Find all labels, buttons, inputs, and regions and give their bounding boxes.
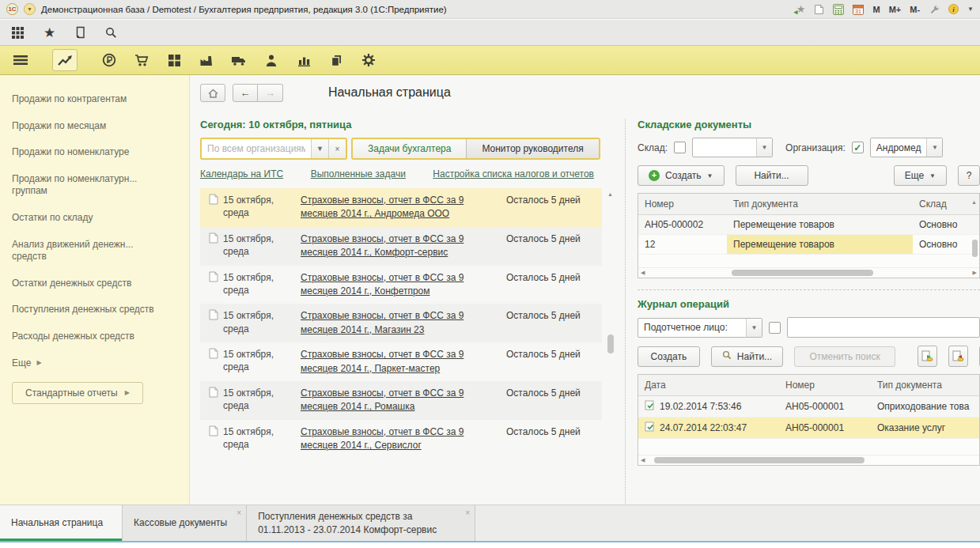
scroll-up-icon[interactable]: ▲	[607, 191, 613, 197]
sidebar-report-link[interactable]: Продажи по номенклатуре	[0, 139, 189, 166]
column-header-doc-type[interactable]: Тип документа	[727, 194, 913, 214]
all-functions-grid-icon[interactable]	[11, 26, 25, 40]
organization-filter-checkbox[interactable]: ✓	[852, 142, 864, 153]
section-purchases-cart-icon[interactable]	[129, 49, 154, 71]
calendar-icon[interactable]: 31	[853, 4, 864, 15]
history-icon[interactable]	[74, 26, 86, 39]
back-button[interactable]: ←	[233, 84, 258, 102]
journal-load-document-button[interactable]	[918, 346, 937, 367]
table-row[interactable]: 19.02.2014 7:53:46 АН05-000001 Оприходов…	[638, 396, 979, 418]
sidebar-report-link[interactable]: Остатки по складу	[0, 205, 189, 232]
favorites-star-icon[interactable]: ★	[44, 25, 55, 41]
chevron-down-icon[interactable]: ▼	[746, 319, 762, 337]
journal-cancel-search-button[interactable]: Отменить поиск	[794, 346, 895, 367]
task-row[interactable]: 15 октября,среда Страховые взносы, отчет…	[200, 266, 602, 304]
organization-combo[interactable]: Андромед ▼	[870, 138, 944, 157]
standard-reports-button[interactable]: Стандартные отчеты ▶	[12, 382, 143, 404]
forward-button[interactable]: →	[258, 84, 283, 102]
task-row[interactable]: 15 октября,среда Страховые взносы, отчет…	[200, 342, 602, 381]
scroll-left-icon[interactable]: ◀	[641, 270, 645, 276]
section-bank-ruble-icon[interactable]	[96, 49, 122, 71]
journal-unload-document-button[interactable]	[948, 346, 968, 367]
sidebar-report-link[interactable]: Анализ движений денежн... средств	[0, 232, 189, 270]
person-filter-combo[interactable]: Подотчетное лицо: ▼	[638, 318, 762, 338]
show-link-icon[interactable]	[814, 4, 824, 15]
table-row[interactable]: 24.07.2014 22:03:47 АН05-000001 Оказание…	[638, 418, 979, 439]
column-header-date[interactable]: Дата	[638, 375, 779, 395]
clear-icon[interactable]: ×	[328, 139, 346, 158]
column-header-doc-type[interactable]: Тип документа	[871, 375, 979, 395]
journal-create-button[interactable]: Создать	[638, 346, 700, 367]
person-filter-checkbox[interactable]	[769, 322, 781, 334]
section-hr-person-icon[interactable]	[259, 49, 284, 71]
sidebar-more-link[interactable]: Еще ▶	[0, 350, 189, 376]
warehouse-more-button[interactable]: Еще ▼	[894, 165, 947, 186]
section-administration-gear-icon[interactable]	[356, 49, 381, 71]
chevron-down-icon[interactable]: ▼	[926, 138, 942, 157]
journal-search-input[interactable]	[787, 317, 980, 338]
memory-m-button[interactable]: M	[872, 5, 880, 14]
sidebar-report-link[interactable]: Продажи по контрагентам	[0, 86, 189, 113]
close-icon[interactable]: ×	[236, 508, 241, 519]
warehouse-combo[interactable]: ▼	[692, 138, 773, 157]
settings-wrench-icon[interactable]	[929, 4, 940, 15]
scrollbar-thumb[interactable]	[732, 270, 874, 276]
today-link[interactable]: Настройка списка налогов и отчетов	[433, 168, 594, 180]
journal-find-button[interactable]: Найти...	[711, 346, 783, 367]
column-header-warehouse[interactable]: Склад	[913, 194, 979, 214]
task-title-link[interactable]: Страховые взносы, отчет в ФСС за 9 месяц…	[301, 425, 497, 453]
system-menu-icon[interactable]: ▼	[24, 3, 36, 15]
today-link[interactable]: Календарь на ИТС	[200, 168, 283, 180]
info-icon[interactable]: i	[948, 4, 959, 14]
chevron-down-icon[interactable]: ▼	[967, 6, 974, 13]
warehouse-hscrollbar[interactable]: ◀ ▶	[638, 267, 979, 278]
task-title-link[interactable]: Страховые взносы, отчет в ФСС за 9 месяц…	[301, 309, 497, 337]
task-row[interactable]: 15 октября,среда Страховые взносы, отчет…	[200, 188, 602, 227]
menu-icon[interactable]	[8, 49, 33, 71]
task-title-link[interactable]: Страховые взносы, отчет в ФСС за 9 месяц…	[301, 232, 497, 260]
journal-hscrollbar[interactable]: ◀	[638, 455, 979, 465]
chevron-down-icon[interactable]: ▼	[311, 139, 328, 158]
bottom-tab[interactable]: Поступления денежных средств за 01.11.20…	[247, 505, 475, 541]
section-warehouse-icon[interactable]	[161, 49, 187, 71]
memory-m-plus-button[interactable]: M+	[889, 5, 902, 14]
sidebar-report-link[interactable]: Продажи по номенклатурн... группам	[0, 166, 189, 205]
sidebar-report-link[interactable]: Остатки денежных средств	[0, 270, 189, 297]
sidebar-report-link[interactable]: Продажи по месяцам	[0, 113, 189, 140]
warehouse-find-button[interactable]: Найти...	[736, 165, 808, 186]
sidebar-report-link[interactable]: Расходы денежных средств	[0, 323, 189, 350]
column-header-number[interactable]: Номер	[779, 375, 871, 395]
scrollbar-thumb[interactable]	[607, 334, 614, 353]
bottom-tab[interactable]: Кассовые документы ×	[123, 505, 247, 541]
section-references-docs-icon[interactable]	[324, 49, 349, 71]
task-row[interactable]: 15 октября,среда Страховые взносы, отчет…	[200, 381, 602, 420]
tab-manager-monitor[interactable]: Монитор руководителя	[467, 139, 598, 158]
task-row[interactable]: 15 октября,среда Страховые взносы, отчет…	[200, 227, 602, 266]
scroll-up-icon[interactable]: ▲	[971, 199, 977, 205]
close-icon[interactable]: ×	[465, 508, 470, 519]
scroll-left-icon[interactable]: ◀	[641, 457, 645, 463]
today-link[interactable]: Выполненные задачи	[311, 168, 406, 180]
task-title-link[interactable]: Страховые взносы, отчет в ФСС за 9 месяц…	[301, 271, 497, 299]
scrollbar-thumb[interactable]	[654, 457, 865, 463]
warehouse-filter-checkbox[interactable]	[674, 142, 686, 153]
warehouse-create-button[interactable]: + Создать ▼	[638, 165, 725, 186]
column-header-number[interactable]: Номер	[638, 194, 727, 214]
section-delivery-truck-icon[interactable]	[226, 49, 252, 71]
warehouse-help-button[interactable]: ?	[958, 165, 980, 186]
task-title-link[interactable]: Страховые взносы, отчет в ФСС за 9 месяц…	[301, 194, 497, 221]
table-row[interactable]: 12 Перемещение товаров Основно	[638, 235, 979, 255]
section-production-factory-icon[interactable]	[194, 49, 219, 71]
scrollbar-thumb[interactable]	[972, 240, 978, 257]
task-row[interactable]: 15 октября,среда Страховые взносы, отчет…	[200, 420, 602, 459]
tab-accountant-tasks[interactable]: Задачи бухгалтера	[353, 139, 467, 158]
add-favorite-icon[interactable]: ★◂	[796, 4, 806, 14]
task-title-link[interactable]: Страховые взносы, отчет в ФСС за 9 месяц…	[301, 348, 497, 376]
chevron-down-icon[interactable]: ▼	[756, 138, 772, 157]
scroll-right-icon[interactable]: ▶	[973, 270, 977, 276]
section-main-trend-icon[interactable]	[52, 49, 78, 71]
memory-m-minus-button[interactable]: M-	[910, 5, 920, 14]
table-row[interactable]: АН05-000002 Перемещение товаров Основно	[638, 215, 979, 235]
task-row[interactable]: 15 октября,среда Страховые взносы, отчет…	[200, 304, 602, 342]
home-button[interactable]	[200, 84, 225, 102]
